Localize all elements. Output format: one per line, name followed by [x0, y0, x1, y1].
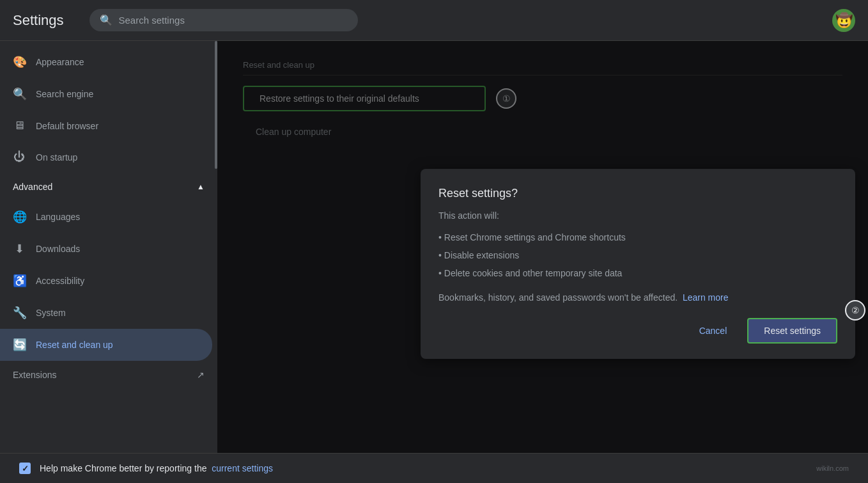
search-input[interactable]	[119, 15, 348, 26]
dialog-note-text: Bookmarks, history, and saved passwords …	[438, 292, 678, 303]
sidebar-item-languages[interactable]: 🌐 Languages	[0, 201, 212, 233]
sidebar-item-downloads[interactable]: ⬇ Downloads	[0, 233, 212, 265]
avatar-emoji: 🤠	[835, 12, 853, 29]
dialog-actions: Cancel Reset settings	[438, 318, 837, 344]
search-bar[interactable]: 🔍	[89, 9, 358, 31]
sidebar-item-label: Default browser	[36, 121, 98, 131]
sidebar-item-accessibility[interactable]: ♿ Accessibility	[0, 265, 212, 297]
avatar[interactable]: 🤠	[832, 9, 855, 32]
system-icon: 🔧	[13, 306, 26, 320]
learn-more-link[interactable]: Learn more	[683, 292, 729, 303]
dialog-description: This action will:	[438, 210, 837, 221]
watermark: wikiln.com	[816, 464, 849, 472]
dialog-backdrop: Reset settings? This action will: • Rese…	[217, 41, 868, 453]
reset-settings-dialog: Reset settings? This action will: • Rese…	[421, 169, 855, 359]
languages-icon: 🌐	[13, 210, 26, 224]
header: Settings 🔍 🤠	[0, 0, 868, 41]
sidebar-item-default-browser[interactable]: 🖥 Default browser	[0, 110, 212, 141]
content-area: Reset and clean up Restore settings to t…	[217, 41, 868, 453]
sidebar-item-appearance[interactable]: 🎨 Appearance	[0, 46, 212, 78]
sidebar-item-label: On startup	[36, 152, 77, 162]
reset-cleanup-icon: 🔄	[13, 338, 26, 352]
on-startup-icon: ⏻	[13, 150, 26, 164]
advanced-label: Advanced	[13, 182, 52, 192]
check-icon: ✓	[22, 464, 29, 473]
list-item-3: • Delete cookies and other temporary sit…	[438, 264, 837, 282]
downloads-icon: ⬇	[13, 242, 26, 256]
default-browser-icon: 🖥	[13, 119, 26, 132]
extensions-label: Extensions	[13, 370, 56, 380]
sidebar-item-label: Accessibility	[36, 276, 84, 286]
sidebar-item-label: Reset and clean up	[36, 340, 113, 350]
sidebar-item-label: System	[36, 308, 66, 318]
search-engine-icon: 🔍	[13, 87, 26, 101]
sidebar-item-label: Languages	[36, 212, 80, 222]
advanced-chevron-icon: ▲	[197, 182, 205, 191]
sidebar-item-extensions[interactable]: Extensions ↗	[0, 361, 217, 389]
list-item-2: • Disable extensions	[438, 246, 837, 264]
cancel-button[interactable]: Cancel	[686, 319, 740, 342]
list-item-1: • Reset Chrome settings and Chrome short…	[438, 228, 837, 246]
app-title: Settings	[13, 12, 64, 29]
dialog-title: Reset settings?	[438, 187, 837, 200]
bottom-text-content: Help make Chrome better by reporting the	[40, 463, 206, 473]
badge-2: ②	[845, 300, 865, 321]
dialog-note: Bookmarks, history, and saved passwords …	[438, 292, 837, 303]
search-icon: 🔍	[100, 14, 112, 26]
sidebar-item-label: Appearance	[36, 57, 84, 67]
external-link-icon: ↗	[197, 370, 205, 380]
sidebar-item-search-engine[interactable]: 🔍 Search engine	[0, 78, 212, 110]
sidebar-item-reset-cleanup[interactable]: 🔄 Reset and clean up	[0, 329, 212, 361]
main-layout: 🎨 Appearance 🔍 Search engine 🖥 Default b…	[0, 41, 868, 453]
bottom-text: Help make Chrome better by reporting the…	[40, 463, 273, 473]
accessibility-icon: ♿	[13, 274, 26, 288]
current-settings-link[interactable]: current settings	[212, 463, 273, 473]
sidebar-item-label: Downloads	[36, 244, 80, 254]
sidebar-item-on-startup[interactable]: ⏻ On startup	[0, 141, 212, 173]
reset-settings-button[interactable]: Reset settings	[747, 318, 837, 344]
reporting-checkbox[interactable]: ✓	[19, 463, 31, 474]
sidebar-item-system[interactable]: 🔧 System	[0, 297, 212, 329]
bottom-bar: ✓ Help make Chrome better by reporting t…	[0, 453, 868, 483]
sidebar: 🎨 Appearance 🔍 Search engine 🖥 Default b…	[0, 41, 217, 453]
appearance-icon: 🎨	[13, 55, 26, 69]
dialog-list: • Reset Chrome settings and Chrome short…	[438, 228, 837, 282]
header-right: 🤠	[832, 9, 855, 32]
advanced-section-header[interactable]: Advanced ▲	[0, 173, 217, 201]
sidebar-item-label: Search engine	[36, 89, 93, 99]
